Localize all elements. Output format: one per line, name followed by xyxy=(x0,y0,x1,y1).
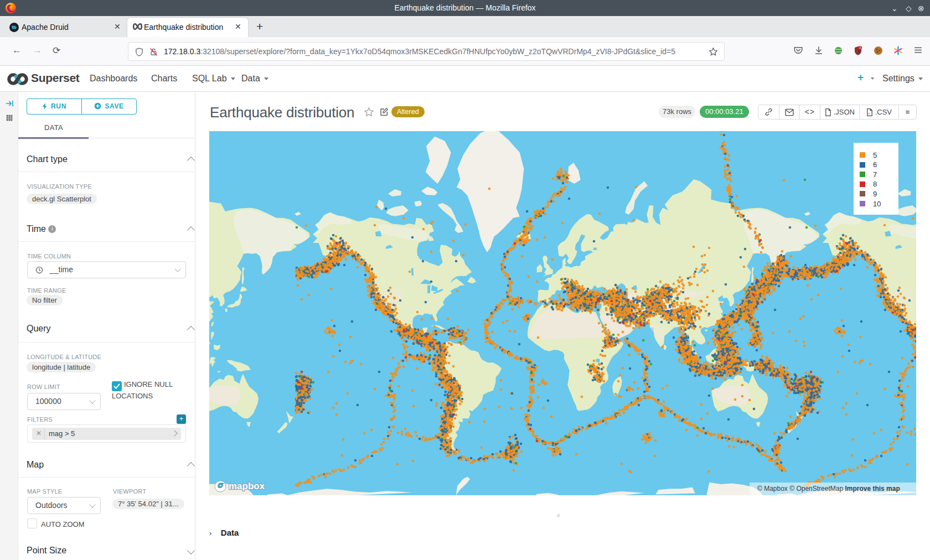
svg-text:6: 6 xyxy=(873,160,877,169)
svg-text:2: 2 xyxy=(859,46,861,49)
svg-text:7: 7 xyxy=(873,170,877,179)
svg-text:© Mapbox © OpenStreetMap Impro: © Mapbox © OpenStreetMap Improve this ma… xyxy=(757,485,900,492)
svg-text:9: 9 xyxy=(873,190,877,198)
svg-text:x: x xyxy=(868,112,870,115)
svg-text:mapbox: mapbox xyxy=(229,481,265,491)
svg-text:8: 8 xyxy=(873,180,877,188)
svg-text:10: 10 xyxy=(873,200,881,208)
svg-text:5: 5 xyxy=(873,151,877,159)
